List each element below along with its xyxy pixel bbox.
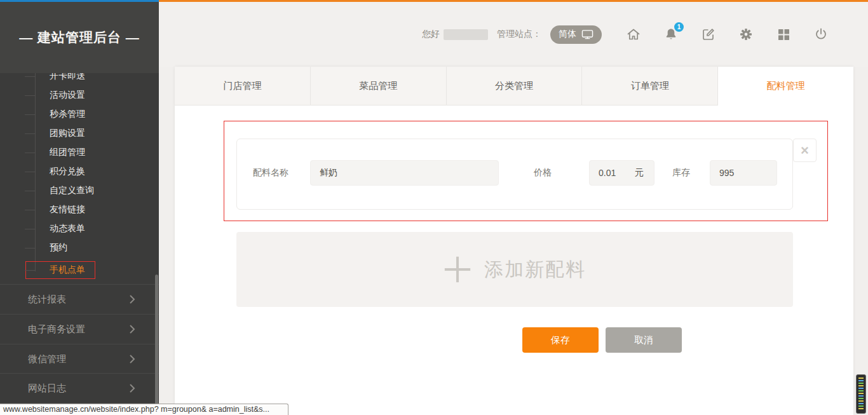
sidebar-menu: 开卡即送 活动设置 秒杀管理 团购设置 组团管理 积分兑换 自定义查询 友情链接… xyxy=(0,73,159,415)
sidebar-section-wechat-management[interactable]: 微信管理 xyxy=(0,344,159,374)
sidebar-item-groupbuy-settings[interactable]: 团购设置 xyxy=(50,128,85,139)
tab-bar: 门店管理 菜品管理 分类管理 订单管理 配料管理 xyxy=(175,67,853,105)
sidebar-item-groupteam-management[interactable]: 组团管理 xyxy=(50,147,85,158)
stock-field[interactable] xyxy=(710,160,777,186)
site-label: 管理站点： xyxy=(497,29,541,40)
site-language: 简体 xyxy=(559,29,576,40)
greeting-text: 您好 xyxy=(422,29,440,40)
sidebar-item-open-card-gift[interactable]: 开卡即送 xyxy=(50,73,85,82)
sidebar-header: — 建站管理后台 — xyxy=(0,2,159,73)
color-stripes-widget[interactable] xyxy=(856,374,866,414)
power-icon[interactable] xyxy=(813,27,829,42)
sidebar-section-website-logs[interactable]: 网站日志 xyxy=(0,373,159,403)
main-panel: 门店管理 菜品管理 分类管理 订单管理 配料管理 × 配料名称 价格 元 库存 … xyxy=(175,67,853,415)
ingredient-name-input[interactable] xyxy=(311,161,498,185)
sidebar-item-mobile-ordering[interactable]: 手机点单 xyxy=(50,264,85,276)
tab-ingredient-management[interactable]: 配料管理 xyxy=(718,67,853,105)
status-url-tooltip: www.websitemanage.cn/website/index.php? … xyxy=(0,404,288,415)
chevron-right-icon xyxy=(129,294,135,304)
stock-input[interactable] xyxy=(710,161,776,185)
sidebar-section-statistics-reports[interactable]: 统计报表 xyxy=(0,284,159,314)
sidebar-scrollbar[interactable] xyxy=(155,275,158,412)
home-icon[interactable] xyxy=(626,27,641,42)
section-label: 微信管理 xyxy=(28,353,66,365)
stock-label: 库存 xyxy=(672,167,690,179)
add-ingredient-label: 添加新配料 xyxy=(484,257,586,283)
stripes-icon xyxy=(858,378,864,411)
section-label: 网站日志 xyxy=(28,383,66,395)
edit-icon[interactable] xyxy=(701,27,716,42)
grid-icon[interactable] xyxy=(776,27,791,42)
sidebar-item-dynamic-forms[interactable]: 动态表单 xyxy=(50,223,85,235)
ingredient-name-label: 配料名称 xyxy=(253,167,288,179)
gear-icon[interactable] xyxy=(738,27,754,42)
sidebar-item-points-exchange[interactable]: 积分兑换 xyxy=(50,166,85,177)
sidebar-item-seckill-management[interactable]: 秒杀管理 xyxy=(50,109,85,120)
tab-dish-management[interactable]: 菜品管理 xyxy=(311,67,447,105)
ingredient-name-field[interactable] xyxy=(310,160,499,186)
chevron-right-icon xyxy=(129,324,135,334)
menu-tree-line xyxy=(35,73,36,271)
header-top-accent xyxy=(159,0,868,2)
notification-badge: 1 xyxy=(674,22,684,32)
save-button[interactable]: 保存 xyxy=(522,327,599,353)
sidebar-item-reservation[interactable]: 预约 xyxy=(50,242,67,254)
sidebar: — 建站管理后台 — 开卡即送 活动设置 秒杀管理 团购设置 组团管理 积分兑换… xyxy=(0,2,159,415)
app-title: — 建站管理后台 — xyxy=(19,29,140,46)
site-selector[interactable]: 简体 xyxy=(550,25,602,44)
bell-icon[interactable]: 1 xyxy=(663,27,679,42)
plus-icon xyxy=(444,255,471,283)
add-ingredient-button[interactable]: 添加新配料 xyxy=(236,232,793,307)
tab-store-management[interactable]: 门店管理 xyxy=(175,67,311,105)
cancel-button[interactable]: 取消 xyxy=(606,327,682,353)
header: 您好 管理站点： 简体 1 xyxy=(159,2,868,67)
tab-category-management[interactable]: 分类管理 xyxy=(447,67,583,105)
redacted-username xyxy=(444,29,488,40)
price-label: 价格 xyxy=(534,167,552,179)
monitor-icon xyxy=(581,29,593,40)
sidebar-item-custom-query[interactable]: 自定义查询 xyxy=(50,185,94,196)
sidebar-section-ecommerce-settings[interactable]: 电子商务设置 xyxy=(0,314,159,344)
chevron-right-icon xyxy=(129,354,135,364)
price-field[interactable]: 元 xyxy=(589,160,654,186)
chevron-right-icon xyxy=(129,383,135,393)
sidebar-item-activity-settings[interactable]: 活动设置 xyxy=(50,90,85,101)
sidebar-top-accent xyxy=(0,0,159,2)
tab-order-management[interactable]: 订单管理 xyxy=(582,67,718,105)
price-input[interactable] xyxy=(590,161,635,185)
section-label: 电子商务设置 xyxy=(28,323,85,336)
section-label: 统计报表 xyxy=(28,294,66,306)
close-icon[interactable]: × xyxy=(793,139,817,162)
sidebar-item-friend-links[interactable]: 友情链接 xyxy=(50,204,85,215)
price-unit: 元 xyxy=(635,167,654,179)
